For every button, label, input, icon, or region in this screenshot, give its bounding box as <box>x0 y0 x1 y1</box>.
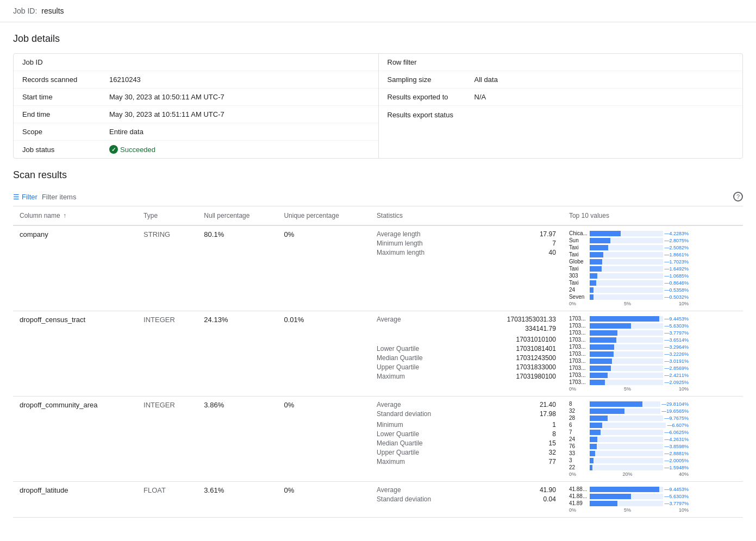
stat-value: 21.40 <box>540 401 556 408</box>
bar-fill <box>590 231 621 236</box>
bar-track <box>590 487 663 492</box>
bar-row: 33—2.8881% <box>569 450 689 456</box>
scan-results-title: Scan results <box>13 169 743 181</box>
stat-value: 40 <box>549 249 556 256</box>
bar-track <box>590 366 663 371</box>
bar-pct-label: —29.8104% <box>661 401 689 407</box>
stat-row: Maximum77 <box>377 458 556 465</box>
stat-row: Minimum1 <box>377 421 556 429</box>
stat-label: Maximum <box>377 373 405 380</box>
cell-null-pct: 80.1% <box>197 225 277 311</box>
th-unique-pct[interactable]: Unique percentage <box>277 206 370 225</box>
stat-value: 1 <box>552 421 556 429</box>
bar-pct-label: —9.7675% <box>664 416 689 421</box>
stat-row: Average21.40 <box>377 401 556 408</box>
bar-track <box>590 437 663 442</box>
cell-null-pct: 24.13% <box>197 311 277 397</box>
bar-track <box>590 273 663 279</box>
results-table: Column name ↑ Type Null percentage Uniqu… <box>13 206 743 518</box>
bar-fill <box>590 273 597 279</box>
bar-row: 6—6.607% <box>569 422 689 428</box>
bar-pct-label: —1.5948% <box>664 465 689 470</box>
bar-track <box>590 373 663 378</box>
bar-row: 24—4.2631% <box>569 436 689 442</box>
stat-row: Median Quartile17031243500 <box>377 354 556 362</box>
detail-job-id: Job ID <box>14 54 378 71</box>
bar-row: 41.88...—9.4453% <box>569 486 689 492</box>
cell-unique-pct: 0% <box>277 482 370 518</box>
stat-label: Maximum <box>377 458 405 465</box>
stat-row: Lower Quartile17031081401 <box>377 345 556 353</box>
bar-fill <box>590 380 605 385</box>
th-null-pct[interactable]: Null percentage <box>197 206 277 225</box>
bar-row: 8—29.8104% <box>569 401 689 407</box>
bar-track <box>590 430 663 435</box>
bar-fill <box>590 280 596 286</box>
bar-pct-label: —5.6303% <box>664 323 689 329</box>
bar-fill <box>590 444 597 449</box>
bar-row: 32—19.6565% <box>569 408 689 414</box>
bar-label: 24 <box>569 287 590 293</box>
stat-row: Average17031353031.33 <box>377 316 556 323</box>
th-column-name[interactable]: Column name ↑ <box>13 206 137 225</box>
bar-fill <box>590 266 602 272</box>
bar-pct-label: —3.6514% <box>664 337 689 343</box>
detail-results-exported-to: Results exported to N/A <box>379 89 743 106</box>
bar-track <box>590 401 660 407</box>
bar-axis: 0%5%10% <box>569 386 689 392</box>
bar-label: 1703... <box>569 372 590 378</box>
bar-fill <box>590 323 631 329</box>
cell-unique-pct: 0% <box>277 397 370 482</box>
stat-row: Average41.90 <box>377 486 556 494</box>
th-type[interactable]: Type <box>137 206 197 225</box>
top10-container: Chica...—4.2283%Sun—2.8075%Taxi—2.5082%T… <box>569 230 689 306</box>
bar-row: 41.89—3.7797% <box>569 500 689 506</box>
bar-row: Chica...—4.2283% <box>569 230 689 236</box>
bar-pct-label: —3.2964% <box>664 344 689 350</box>
bar-track <box>590 458 663 463</box>
bar-fill <box>590 465 592 470</box>
bar-label: 1703... <box>569 323 590 329</box>
bar-label: 76 <box>569 443 590 449</box>
bar-label: 1703... <box>569 337 590 343</box>
bar-label: Taxi <box>569 280 590 286</box>
filter-button[interactable]: ☰ Filter <box>13 193 38 201</box>
bar-track <box>590 380 663 385</box>
bar-fill <box>590 501 617 506</box>
bar-label: Seven <box>569 294 590 300</box>
bar-track <box>590 252 663 257</box>
top10-container: 8—29.8104%32—19.6565%28—9.7675%6—6.607%7… <box>569 401 689 477</box>
bar-fill <box>590 287 593 293</box>
bar-label: Chica... <box>569 230 590 236</box>
filter-placeholder: Filter items <box>42 193 77 201</box>
stat-label: Standard deviation <box>377 495 431 503</box>
bar-fill <box>590 238 610 243</box>
bar-label: 8 <box>569 401 590 407</box>
bar-label: 24 <box>569 436 590 442</box>
bar-pct-label: —6.607% <box>667 423 689 428</box>
bar-label: 1703... <box>569 351 590 357</box>
bar-track <box>590 259 663 265</box>
cell-type: INTEGER <box>137 311 197 397</box>
bar-label: Taxi <box>569 266 590 272</box>
bar-pct-label: —1.6492% <box>664 266 689 272</box>
bar-row: 1703...—2.8569% <box>569 365 689 371</box>
bar-row: 1703...—3.0191% <box>569 358 689 364</box>
stat-value: 17031010100 <box>516 336 555 343</box>
bar-fill <box>590 430 601 435</box>
bar-fill <box>590 366 611 371</box>
bar-row: Globe—1.7023% <box>569 259 689 265</box>
help-icon[interactable]: ? <box>733 192 743 202</box>
bar-label: 303 <box>569 273 590 279</box>
cell-null-pct: 3.86% <box>197 397 277 482</box>
bar-row: 24—0.5358% <box>569 287 689 293</box>
bar-fill <box>590 423 602 428</box>
stat-row: Median Quartile15 <box>377 439 556 447</box>
stat-value: 7 <box>552 240 556 247</box>
bar-axis: 0%5%10% <box>569 507 689 513</box>
bar-fill <box>590 458 593 463</box>
detail-end-time: End time May 30, 2023 at 10:51:11 AM UTC… <box>14 106 378 123</box>
bar-fill <box>590 294 593 300</box>
stat-label: Lower Quartile <box>377 345 419 353</box>
bar-row: 1703...—5.6303% <box>569 323 689 329</box>
